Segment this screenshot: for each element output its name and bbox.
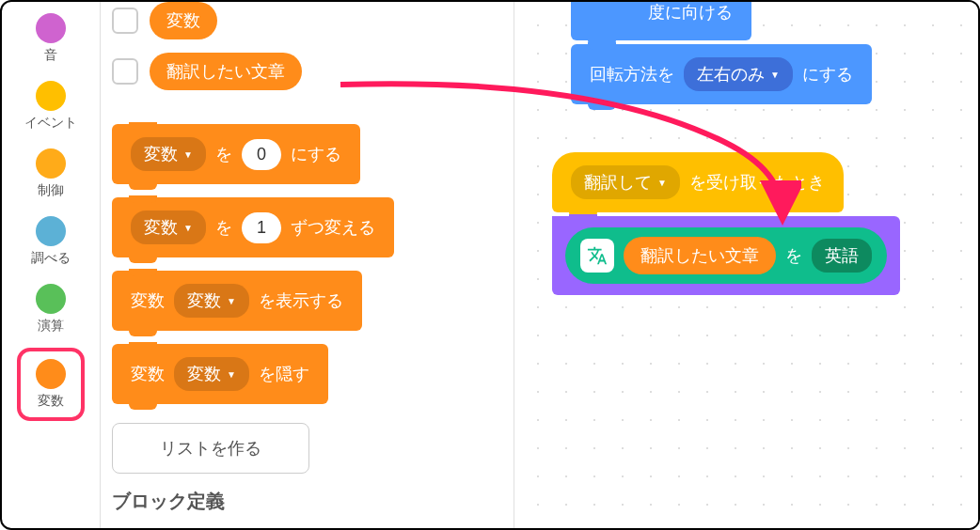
category-control[interactable]: 制御 — [32, 145, 70, 203]
chevron-down-icon: ▼ — [183, 223, 193, 233]
block-text: にする — [802, 63, 853, 86]
variable-checkbox[interactable] — [112, 8, 138, 34]
category-label: 制御 — [38, 182, 64, 199]
message-dropdown[interactable]: 翻訳して ▼ — [571, 165, 680, 199]
change-variable-block[interactable]: 変数 ▼ を 1 ずつ変える — [112, 197, 394, 257]
category-circle-icon — [36, 148, 66, 179]
dropdown-label: 変数 — [144, 143, 178, 165]
show-variable-block[interactable]: 変数 変数 ▼ を表示する — [112, 271, 362, 331]
category-variables[interactable]: 変数 — [17, 348, 85, 421]
category-events[interactable]: イベント — [21, 77, 81, 135]
dropdown-label: 変数 — [144, 216, 178, 239]
block-text: を表示する — [259, 289, 343, 312]
translate-reporter-block[interactable]: 翻訳したい文章 を 英語 — [565, 227, 887, 284]
category-sidebar: 音 イベント 制御 調べる 演算 変数 — [2, 2, 101, 528]
block-text: を — [215, 216, 232, 239]
translate-icon — [580, 239, 614, 273]
category-sensing[interactable]: 調べる — [27, 212, 74, 271]
block-text: 変数 — [131, 289, 165, 312]
category-label: 変数 — [38, 393, 64, 410]
block-text: を受け取ったとき — [689, 171, 825, 194]
make-list-button[interactable]: リストを作る — [112, 423, 309, 474]
category-sound[interactable]: 音 — [32, 9, 70, 68]
block-text: を — [785, 244, 802, 267]
category-circle-icon — [36, 284, 66, 314]
variable-reporter-in-translate[interactable]: 翻訳したい文章 — [624, 237, 776, 274]
category-label: 調べる — [31, 250, 71, 267]
category-circle-icon — [36, 216, 66, 246]
block-text: にする — [291, 143, 341, 165]
block-text: ずつ変える — [291, 216, 375, 239]
variable-dropdown[interactable]: 変数 ▼ — [174, 284, 249, 318]
workspace[interactable]: 90 度に向ける 回転方法を 左右のみ ▼ にする 翻訳して ▼ を受け取ったと… — [514, 2, 978, 528]
dropdown-label: 変数 — [187, 289, 221, 312]
block-text: 度に向ける — [648, 1, 733, 23]
point-direction-block[interactable]: 90 度に向ける — [571, 0, 751, 40]
chevron-down-icon: ▼ — [183, 149, 193, 160]
variable-dropdown[interactable]: 変数 ▼ — [131, 210, 206, 244]
number-input[interactable]: 1 — [242, 212, 281, 243]
variable-reporter-translate[interactable]: 翻訳したい文章 — [150, 53, 302, 90]
category-label: 演算 — [38, 318, 64, 335]
block-text: 変数 — [131, 363, 165, 385]
block-text: を — [215, 143, 232, 165]
variable-dropdown[interactable]: 変数 ▼ — [131, 137, 206, 171]
category-circle-icon — [36, 359, 66, 389]
dropdown-label: 変数 — [187, 363, 221, 385]
set-variable-block[interactable]: 変数 ▼ を 0 にする — [112, 124, 360, 184]
chevron-down-icon: ▼ — [770, 70, 780, 80]
block-palette: 変数 翻訳したい文章 変数 ▼ を 0 にする 変数 ▼ を 1 ずつ変える — [101, 2, 514, 528]
category-label: イベント — [24, 115, 77, 132]
block-text: 回転方法を — [590, 63, 674, 86]
category-operators[interactable]: 演算 — [32, 280, 70, 338]
dropdown-label: 左右のみ — [697, 63, 765, 86]
hide-variable-block[interactable]: 変数 変数 ▼ を隠す — [112, 344, 328, 404]
rotation-dropdown[interactable]: 左右のみ ▼ — [684, 57, 793, 91]
category-circle-icon — [36, 81, 66, 111]
chevron-down-icon: ▼ — [657, 178, 667, 188]
variable-checkbox[interactable] — [112, 58, 138, 85]
receive-message-hat-block[interactable]: 翻訳して ▼ を受け取ったとき — [552, 152, 844, 212]
category-label: 音 — [44, 47, 57, 64]
language-dropdown[interactable]: 英語 — [812, 239, 872, 273]
dropdown-label: 翻訳して — [584, 171, 652, 194]
variable-dropdown[interactable]: 変数 ▼ — [174, 357, 249, 391]
section-heading: ブロック定義 — [112, 489, 502, 514]
number-input[interactable]: 0 — [242, 139, 281, 170]
category-circle-icon — [36, 13, 66, 43]
block-text: を隠す — [259, 363, 309, 385]
chevron-down-icon: ▼ — [227, 296, 236, 306]
dropdown-label: 英語 — [825, 244, 859, 267]
translate-extension-block[interactable]: 翻訳したい文章 を 英語 — [552, 216, 900, 295]
rotation-style-block[interactable]: 回転方法を 左右のみ ▼ にする — [571, 44, 872, 104]
chevron-down-icon: ▼ — [227, 369, 236, 380]
variable-reporter[interactable]: 変数 — [150, 2, 217, 39]
